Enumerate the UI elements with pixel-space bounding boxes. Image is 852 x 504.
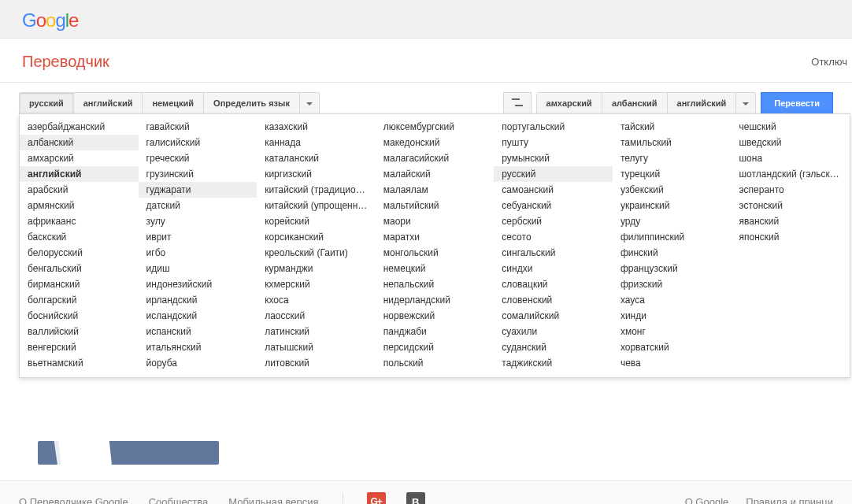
language-option[interactable]: игбо bbox=[139, 245, 257, 261]
language-option[interactable]: мальтийский bbox=[376, 198, 495, 213]
source-lang-detect[interactable]: Определить язык bbox=[204, 93, 300, 113]
language-option[interactable]: сесото bbox=[494, 229, 613, 245]
language-option[interactable]: хмонг bbox=[613, 324, 732, 339]
language-option[interactable]: норвежский bbox=[376, 308, 495, 324]
language-option[interactable]: хауса bbox=[613, 292, 732, 308]
language-option[interactable]: русский bbox=[494, 166, 613, 182]
language-option[interactable]: турецкий bbox=[613, 166, 732, 182]
language-option[interactable]: македонский bbox=[376, 135, 495, 150]
language-option[interactable]: латышский bbox=[257, 339, 376, 355]
language-option[interactable]: чешский bbox=[731, 119, 850, 135]
language-option[interactable]: белорусский bbox=[20, 245, 139, 261]
language-option[interactable]: валлийский bbox=[20, 324, 139, 339]
language-option[interactable]: яванский bbox=[731, 213, 850, 229]
language-option[interactable]: иврит bbox=[139, 229, 257, 245]
language-option[interactable]: гавайский bbox=[139, 119, 257, 135]
language-option[interactable]: арабский bbox=[20, 182, 139, 198]
language-option[interactable]: непальский bbox=[376, 276, 495, 292]
language-option[interactable]: тайский bbox=[613, 119, 732, 135]
language-option[interactable]: эсперанто bbox=[731, 182, 850, 198]
language-option[interactable]: эстонский bbox=[731, 198, 850, 213]
footer-about-google[interactable]: О Google bbox=[685, 496, 729, 505]
language-option[interactable]: африкаанс bbox=[20, 213, 139, 229]
language-option[interactable]: фризский bbox=[613, 276, 732, 292]
language-option[interactable]: урду bbox=[613, 213, 732, 229]
language-option[interactable]: казахский bbox=[257, 119, 376, 135]
language-option[interactable]: шона bbox=[731, 150, 850, 166]
language-option[interactable]: армянский bbox=[20, 198, 139, 213]
language-option[interactable]: лаосский bbox=[257, 308, 376, 324]
language-option[interactable]: нидерландский bbox=[376, 292, 495, 308]
language-option[interactable]: курманджи bbox=[257, 261, 376, 276]
language-option[interactable]: кхоса bbox=[257, 292, 376, 308]
language-option[interactable]: венгерский bbox=[20, 339, 139, 355]
language-option[interactable]: бенгальский bbox=[20, 261, 139, 276]
language-option[interactable]: английский bbox=[20, 166, 139, 182]
language-option[interactable]: словацкий bbox=[494, 276, 613, 292]
language-option[interactable]: сомалийский bbox=[494, 308, 613, 324]
language-option[interactable]: хорватский bbox=[613, 339, 732, 355]
source-lang-more-button[interactable] bbox=[300, 93, 319, 113]
language-option[interactable]: маратхи bbox=[376, 229, 495, 245]
source-lang-tab[interactable]: английский bbox=[74, 93, 143, 113]
google-plus-icon[interactable]: G+ bbox=[367, 492, 386, 504]
language-option[interactable]: исландский bbox=[139, 308, 257, 324]
footer-communities[interactable]: Сообщества bbox=[149, 496, 209, 505]
language-option[interactable]: шведский bbox=[731, 135, 850, 150]
footer-about-translator[interactable]: О Переводчике Google bbox=[19, 496, 128, 505]
source-lang-tab[interactable]: русский bbox=[20, 93, 74, 113]
language-option[interactable]: каталанский bbox=[257, 150, 376, 166]
target-lang-more-button[interactable] bbox=[736, 93, 755, 113]
language-option[interactable]: румынский bbox=[494, 150, 613, 166]
language-option[interactable]: бирманский bbox=[20, 276, 139, 292]
language-option[interactable]: польский bbox=[376, 355, 495, 371]
language-option[interactable]: самоанский bbox=[494, 182, 613, 198]
language-option[interactable]: хинди bbox=[613, 308, 732, 324]
language-option[interactable]: финский bbox=[613, 245, 732, 261]
language-option[interactable]: вьетнамский bbox=[20, 355, 139, 371]
language-option[interactable]: маори bbox=[376, 213, 495, 229]
language-option[interactable]: узбекский bbox=[613, 182, 732, 198]
language-option[interactable]: китайский (традиционный) bbox=[257, 182, 376, 198]
language-option[interactable]: грузинский bbox=[139, 166, 257, 182]
target-lang-tab[interactable]: английский bbox=[668, 93, 737, 113]
language-option[interactable]: латинский bbox=[257, 324, 376, 339]
translate-button[interactable]: Перевести bbox=[761, 92, 833, 114]
language-option[interactable]: сербский bbox=[494, 213, 613, 229]
language-option[interactable]: ирландский bbox=[139, 292, 257, 308]
language-option[interactable]: амхарский bbox=[20, 150, 139, 166]
language-option[interactable]: суахили bbox=[494, 324, 613, 339]
language-option[interactable]: японский bbox=[731, 229, 850, 245]
language-option[interactable]: пушту bbox=[494, 135, 613, 150]
footer-mobile[interactable]: Мобильная версия bbox=[228, 496, 318, 505]
language-option[interactable]: шотландский (гэльский) bbox=[731, 166, 850, 182]
language-option[interactable]: болгарский bbox=[20, 292, 139, 308]
language-option[interactable]: албанский bbox=[20, 135, 139, 150]
target-lang-tab[interactable]: амхарский bbox=[537, 93, 602, 113]
language-option[interactable]: малайский bbox=[376, 166, 495, 182]
google-logo[interactable]: Google bbox=[22, 9, 78, 32]
language-option[interactable]: панджаби bbox=[376, 324, 495, 339]
disable-link[interactable]: Отключ bbox=[811, 56, 847, 68]
language-option[interactable]: филиппинский bbox=[613, 229, 732, 245]
blogger-icon[interactable]: B bbox=[406, 492, 425, 504]
language-option[interactable]: себуанский bbox=[494, 198, 613, 213]
language-option[interactable]: словенский bbox=[494, 292, 613, 308]
language-option[interactable]: люксембургский bbox=[376, 119, 495, 135]
language-option[interactable]: азербайджанский bbox=[20, 119, 139, 135]
language-option[interactable]: кхмерский bbox=[257, 276, 376, 292]
language-option[interactable]: киргизский bbox=[257, 166, 376, 182]
language-option[interactable]: украинский bbox=[613, 198, 732, 213]
language-option[interactable]: идиш bbox=[139, 261, 257, 276]
language-option[interactable]: гуджарати bbox=[139, 182, 257, 198]
language-option[interactable]: суданский bbox=[494, 339, 613, 355]
language-option[interactable]: синдхи bbox=[494, 261, 613, 276]
language-option[interactable]: итальянский bbox=[139, 339, 257, 355]
language-option[interactable]: малагасийский bbox=[376, 150, 495, 166]
language-option[interactable]: датский bbox=[139, 198, 257, 213]
language-option[interactable]: португальский bbox=[494, 119, 613, 135]
language-option[interactable]: корейский bbox=[257, 213, 376, 229]
source-lang-tab[interactable]: немецкий bbox=[143, 93, 204, 113]
language-option[interactable]: немецкий bbox=[376, 261, 495, 276]
language-option[interactable]: зулу bbox=[139, 213, 257, 229]
